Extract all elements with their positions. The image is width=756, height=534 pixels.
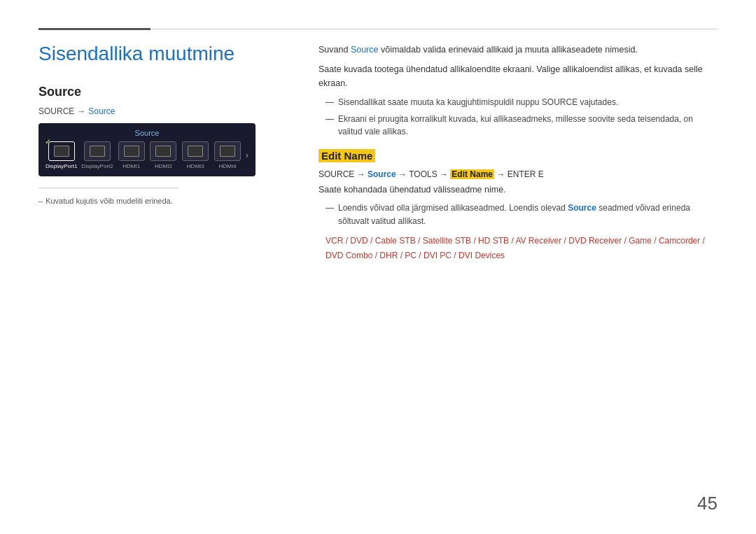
indent-text-2: Ekraani ei pruugita korralikult kuvada, … [338, 113, 718, 138]
source-icon-displayport2 [84, 141, 111, 161]
path2-source: Source [368, 169, 396, 179]
edit-name-section: Edit Name SOURCE → Source → TOOLS → Edit… [318, 149, 718, 262]
source-item-hdmi2[interactable]: HDMI2 [150, 141, 178, 169]
indent-note-1: — Sisendallikat saate muuta ka kaugjuhti… [318, 96, 718, 108]
source-label-displayport2: DisplayPort2 [81, 163, 113, 169]
light-line [150, 29, 718, 29]
source-icon-inner-2 [90, 146, 105, 157]
path2-tools: TOOLS [409, 169, 437, 179]
list-note: — Loendis võivad olla järgmised allikase… [318, 202, 718, 228]
source-item-hdmi1[interactable]: HDMI1 [118, 141, 146, 169]
device-list-text: VCR / DVD / Cable STB / Satellite STB / … [326, 236, 705, 260]
source-label-hdmi2: HDMI2 [155, 163, 172, 169]
source-path: SOURCE → Source [38, 106, 290, 116]
note-content: Kuvatud kujutis võib mudeliti erineda. [46, 197, 173, 205]
source-item-displayport1[interactable]: DisplayPort1 [46, 141, 77, 169]
note-text: – Kuvatud kujutis võib mudeliti erineda. [38, 197, 290, 205]
source-item-displayport2[interactable]: DisplayPort2 [81, 141, 113, 169]
section-heading: Source [38, 85, 290, 99]
list-text: Loendis võivad olla järgmised allikasead… [338, 202, 718, 228]
path2-arrow2: → [398, 169, 409, 179]
can-edit-text: Saate kohandada ühendatud välisseadme ni… [318, 185, 718, 195]
main-content: Sisendallika muutmine Source SOURCE → So… [38, 43, 718, 506]
para1: Suvand Source võimaldab valida erinevaid… [318, 43, 718, 57]
source-icons-row: DisplayPort1 DisplayPort2 HDMI1 [46, 141, 248, 169]
source-label-hdmi4: HDMI4 [219, 163, 237, 169]
source-list-items: VCR / DVD / Cable STB / Satellite STB / … [318, 234, 718, 262]
list-dash: — [326, 202, 334, 228]
source-path-prefix: SOURCE [38, 106, 74, 116]
source-link-1: Source [351, 45, 379, 55]
page-title: Sisendallika muutmine [38, 43, 290, 65]
left-column: Sisendallika muutmine Source SOURCE → So… [38, 43, 290, 506]
source-panel-arrow: › [246, 150, 248, 160]
dark-line [38, 28, 150, 30]
source-icon-hdmi4 [214, 141, 241, 161]
source-item-hdmi3[interactable]: HDMI3 [181, 141, 209, 169]
source-icon-hdmi2 [150, 141, 176, 161]
path2-enter: ENTER E [507, 169, 544, 179]
indent-text-1: Sisendallikat saate muuta ka kaugjuhtimi… [338, 96, 618, 108]
source-panel: Source DisplayPort1 DisplayPort2 [38, 123, 255, 176]
source-icon-inner-6 [220, 146, 235, 157]
source-panel-title: Source [46, 129, 248, 137]
indent-note-2: — Ekraani ei pruugita korralikult kuvada… [318, 113, 718, 138]
path2-prefix: SOURCE [318, 169, 354, 179]
note-dash: – [38, 197, 43, 205]
para2: Saate kuvada tootega ühendatud allikaloe… [318, 62, 718, 90]
source-icon-inner [54, 146, 69, 157]
indent-dash-2: — [326, 113, 334, 138]
path2-editname: Edit Name [450, 169, 494, 179]
source-label-displayport1: DisplayPort1 [46, 163, 77, 169]
path-line-2: SOURCE → Source → TOOLS → Edit Name → EN… [318, 169, 718, 179]
divider-line [38, 188, 178, 188]
right-column: Suvand Source võimaldab valida erinevaid… [318, 43, 718, 506]
source-icon-inner-4 [155, 146, 171, 157]
edit-name-heading: Edit Name [318, 149, 375, 162]
top-decorative-lines [38, 28, 718, 30]
source-label-hdmi3: HDMI3 [187, 163, 204, 169]
source-path-link: Source [88, 106, 115, 116]
source-icon-displayport1 [48, 141, 75, 161]
path2-arrow4: → [496, 169, 507, 179]
source-icon-inner-3 [124, 146, 139, 157]
source-path-arrow: → [77, 106, 85, 116]
page-container: Sisendallika muutmine Source SOURCE → So… [0, 0, 756, 534]
source-icon-inner-5 [188, 146, 203, 157]
page-number: 45 [697, 493, 718, 514]
source-icon-hdmi3 [182, 141, 209, 161]
source-item-hdmi4[interactable]: HDMI4 [214, 141, 241, 169]
indent-dash-1: — [326, 96, 334, 108]
path2-arrow1: → [357, 169, 368, 179]
path2-arrow3: → [440, 169, 450, 179]
source-icon-hdmi1 [118, 141, 145, 161]
source-label-hdmi1: HDMI1 [122, 163, 140, 169]
